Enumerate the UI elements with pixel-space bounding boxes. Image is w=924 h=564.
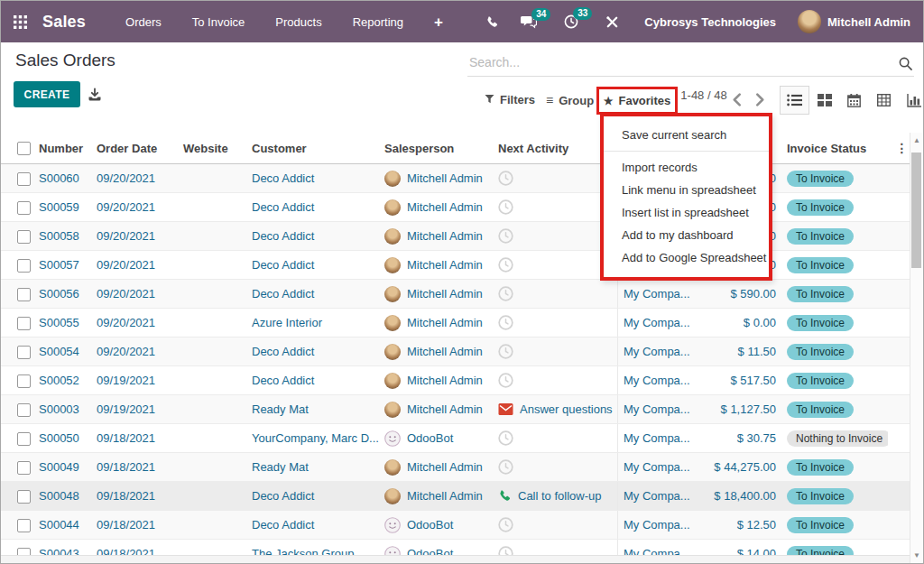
next-activity-cell[interactable] [493, 373, 617, 388]
row-checkbox[interactable] [17, 317, 31, 330]
next-activity-cell[interactable] [493, 459, 617, 475]
clock-icon[interactable] [498, 286, 513, 301]
order-number[interactable]: S00057 [33, 258, 91, 272]
navbar-menu-to-invoice[interactable]: To Invoice [192, 15, 245, 29]
next-activity-cell[interactable] [493, 315, 617, 330]
clock-icon[interactable] [498, 430, 513, 446]
row-checkbox[interactable] [17, 490, 31, 504]
order-number[interactable]: S00050 [33, 431, 91, 445]
header-invoice-status[interactable]: Invoice Status [781, 142, 888, 155]
next-activity-cell[interactable] [493, 171, 617, 186]
create-button[interactable]: CREATE [14, 81, 80, 107]
table-row[interactable]: S00052 09/19/2021 Deco Addict Mitchell A… [1, 366, 910, 395]
table-row[interactable]: S00058 09/20/2021 Deco Addict Mitchell A… [1, 222, 910, 251]
scroll-down-arrow-icon[interactable]: ▼ [910, 551, 923, 559]
user-menu[interactable]: Mitchell Admin [798, 10, 910, 33]
header-website[interactable]: Website [178, 142, 246, 155]
next-activity-cell[interactable] [493, 344, 617, 359]
clock-icon[interactable] [498, 199, 513, 215]
order-number[interactable]: S00054 [33, 345, 91, 358]
select-all-checkbox[interactable] [17, 142, 31, 155]
graph-view-button[interactable] [899, 86, 924, 115]
messages-icon[interactable]: 34 [521, 15, 537, 29]
navbar-menu-orders[interactable]: Orders [125, 15, 162, 29]
next-activity-cell[interactable] [493, 517, 617, 532]
table-row[interactable]: S00049 09/18/2021 Ready Mat Mitchell Adm… [1, 453, 910, 482]
row-checkbox[interactable] [17, 259, 31, 273]
order-number[interactable]: S00058 [33, 229, 91, 243]
export-icon[interactable] [88, 88, 102, 106]
table-row[interactable]: S00048 09/18/2021 Deco Addict Mitchell A… [1, 482, 910, 511]
order-number[interactable]: S00055 [33, 316, 91, 329]
clock-icon[interactable] [498, 373, 513, 388]
favorites-menu-item[interactable]: Insert list in spreadsheet [604, 201, 769, 224]
order-number[interactable]: S00048 [33, 489, 91, 503]
calendar-view-button[interactable] [839, 86, 869, 115]
scroll-up-arrow-icon[interactable]: ▲ [910, 136, 923, 144]
optional-columns-icon[interactable]: ⋮ [896, 141, 909, 155]
activities-clock-icon[interactable]: 33 [564, 14, 578, 29]
app-name[interactable]: Sales [42, 13, 86, 32]
next-activity-cell[interactable]: Answer questions [493, 402, 617, 416]
row-checkbox[interactable] [17, 403, 31, 417]
table-row[interactable]: S00003 09/19/2021 Ready Mat Mitchell Adm… [1, 395, 910, 424]
search-icon[interactable] [899, 57, 912, 74]
order-number[interactable]: S00044 [33, 518, 91, 532]
tools-icon[interactable] [605, 15, 619, 29]
pivot-view-button[interactable] [869, 86, 899, 115]
mail-icon[interactable] [498, 403, 513, 415]
apps-grid-icon[interactable] [14, 15, 27, 29]
row-checkbox[interactable] [17, 230, 31, 244]
order-number[interactable]: S00059 [33, 200, 91, 214]
clock-icon[interactable] [498, 228, 513, 244]
clock-icon[interactable] [498, 344, 513, 359]
order-number[interactable]: S00060 [33, 171, 91, 185]
favorites-menu-item[interactable]: Link menu in spreadsheet [604, 179, 769, 201]
search-input[interactable] [467, 51, 893, 69]
favorites-menu-item[interactable]: Add to Google Spreadsheet [604, 246, 769, 269]
list-view-button[interactable] [780, 86, 809, 115]
row-checkbox[interactable] [17, 432, 31, 446]
row-checkbox[interactable] [17, 519, 31, 532]
row-checkbox[interactable] [17, 346, 31, 359]
clock-icon[interactable] [498, 171, 513, 186]
table-row[interactable]: S00057 09/20/2021 Deco Addict Mitchell A… [1, 251, 910, 280]
favorites-button-annotated[interactable]: ★ Favorites [596, 87, 678, 115]
row-checkbox[interactable] [17, 172, 31, 186]
table-row[interactable]: S00055 09/20/2021 Azure Interior Mitchel… [1, 309, 910, 337]
favorites-menu-item[interactable]: Add to my dashboard [604, 224, 769, 246]
header-next-activity[interactable]: Next Activity [493, 142, 617, 155]
phone-icon[interactable] [498, 489, 512, 503]
next-activity-cell[interactable] [493, 430, 617, 446]
order-number[interactable]: S00049 [33, 460, 91, 474]
table-row[interactable]: S00050 09/18/2021 YourCompany, Marc D...… [1, 424, 910, 453]
next-activity-cell[interactable] [493, 199, 617, 215]
header-number[interactable]: Number [33, 142, 91, 155]
order-number[interactable]: S00052 [33, 374, 91, 387]
clock-icon[interactable] [498, 315, 513, 330]
pager-next-button[interactable] [755, 93, 765, 106]
next-activity-cell[interactable] [493, 286, 617, 301]
row-checkbox[interactable] [17, 288, 31, 301]
clock-icon[interactable] [498, 517, 513, 532]
navbar-menu-reporting[interactable]: Reporting [353, 15, 403, 29]
company-switcher[interactable]: Cybrosys Technologies [644, 15, 776, 29]
favorites-menu-item[interactable]: Save current search [604, 124, 769, 146]
next-activity-cell[interactable] [493, 228, 617, 244]
table-row[interactable]: S00059 09/20/2021 Deco Addict Mitchell A… [1, 193, 910, 222]
header-salesperson[interactable]: Salesperson [379, 142, 493, 155]
row-checkbox[interactable] [17, 461, 31, 475]
table-row[interactable]: S00054 09/20/2021 Deco Addict Mitchell A… [1, 337, 910, 366]
navbar-menu-products[interactable]: Products [275, 15, 321, 29]
table-row[interactable]: S00060 09/20/2021 Deco Addict Mitchell A… [1, 164, 910, 193]
table-row[interactable]: S00056 09/20/2021 Deco Addict Mitchell A… [1, 280, 910, 309]
header-order-date[interactable]: Order Date [91, 142, 178, 155]
next-activity-cell[interactable] [493, 257, 617, 273]
clock-icon[interactable] [498, 459, 513, 475]
scrollbar-thumb[interactable] [911, 153, 921, 268]
order-number[interactable]: S00003 [33, 402, 91, 416]
order-number[interactable]: S00056 [33, 287, 91, 300]
row-checkbox[interactable] [17, 374, 31, 388]
header-customer[interactable]: Customer [246, 142, 379, 155]
table-row[interactable]: S00044 09/18/2021 Deco Addict OdooBot My… [1, 511, 910, 540]
